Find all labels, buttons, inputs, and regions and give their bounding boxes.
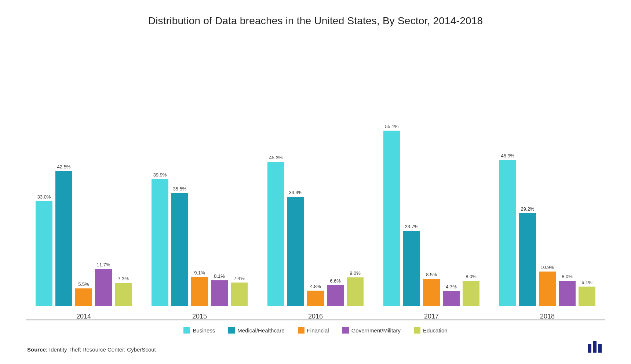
year-label-2014: 2014 xyxy=(26,310,142,320)
bar-rect-2016-medical xyxy=(287,197,304,306)
year-label-2017: 2017 xyxy=(373,310,489,320)
bar-label-2016-education: 9.0% xyxy=(350,270,361,276)
bar-2016-financial: 4.8% xyxy=(307,115,324,306)
source-row: Source: Identity Theft Resource Center; … xyxy=(26,341,605,353)
bar-rect-2014-medical xyxy=(55,171,72,306)
bar-label-2016-financial: 4.8% xyxy=(310,284,321,289)
bar-rect-2014-business xyxy=(36,201,52,306)
bar-2016-medical: 34.4% xyxy=(287,115,304,306)
bar-label-2017-business: 55.1% xyxy=(385,124,399,129)
year-label-2015: 2015 xyxy=(142,310,258,320)
bar-rect-2015-government xyxy=(211,280,228,306)
legend-box-medical xyxy=(228,327,235,334)
bar-rect-2018-financial xyxy=(539,272,556,306)
legend-label-business: Business xyxy=(193,327,215,334)
bar-rect-2016-education xyxy=(347,277,364,306)
bars-section: 33.0%42.5%5.5%11.7%7.3%39.9%35.5%9.1%8.1… xyxy=(26,41,605,307)
bar-label-2016-medical: 34.4% xyxy=(289,190,303,195)
year-label-2016: 2016 xyxy=(258,310,373,320)
bar-label-2014-education: 7.3% xyxy=(118,276,129,281)
bar-rect-2018-business xyxy=(499,160,516,306)
bar-2018-financial: 10.9% xyxy=(539,115,556,306)
legend-label-medical: Medical/Healthcare xyxy=(237,327,284,334)
year-group-2018: 45.9%29.2%10.9%8.0%6.1% xyxy=(489,41,605,306)
legend-label-government: Government/Military xyxy=(351,327,401,334)
bar-rect-2017-business xyxy=(383,131,400,306)
bar-rect-2017-education xyxy=(463,281,479,306)
legend-label-education: Education xyxy=(423,327,448,334)
bar-label-2017-medical: 23.7% xyxy=(405,224,419,229)
bar-label-2016-government: 6.6% xyxy=(330,278,341,284)
bar-label-2017-financial: 8.5% xyxy=(426,272,437,277)
bar-label-2014-government: 11.7% xyxy=(97,262,110,267)
bar-rect-2017-medical xyxy=(403,231,420,306)
bar-2017-government: 4.7% xyxy=(443,115,460,306)
bar-rect-2017-financial xyxy=(423,279,440,306)
legend-item-medical: Medical/Healthcare xyxy=(228,327,284,334)
bar-2018-education: 6.1% xyxy=(579,115,595,306)
bar-rect-2014-education xyxy=(115,283,132,306)
bar-2015-financial: 9.1% xyxy=(191,115,208,306)
bar-2014-education: 7.3% xyxy=(115,115,132,306)
bar-2017-business: 55.1% xyxy=(383,115,400,306)
bar-label-2015-business: 39.9% xyxy=(153,172,167,178)
bar-2015-medical: 35.5% xyxy=(171,115,188,306)
bar-2018-business: 45.9% xyxy=(499,115,516,306)
bar-rect-2014-government xyxy=(95,269,112,306)
legend-box-financial xyxy=(298,327,304,334)
bar-label-2018-government: 8.0% xyxy=(562,274,573,279)
bar-2015-government: 8.1% xyxy=(211,115,228,306)
legend-item-education: Education xyxy=(414,327,448,334)
year-group-2016: 45.3%34.4%4.8%6.6%9.0% xyxy=(258,41,373,306)
legend-item-financial: Financial xyxy=(298,327,329,334)
bar-rect-2015-business xyxy=(152,179,168,306)
bar-2014-medical: 42.5% xyxy=(55,115,72,306)
bar-2018-medical: 29.2% xyxy=(519,115,536,306)
legend-box-government xyxy=(342,327,349,334)
bar-label-2018-medical: 29.2% xyxy=(521,206,535,212)
bar-label-2018-business: 45.9% xyxy=(501,153,515,159)
bar-rect-2015-medical xyxy=(171,193,188,306)
bar-2014-financial: 5.5% xyxy=(75,115,92,306)
legend-box-business xyxy=(183,327,190,334)
bar-rect-2014-financial xyxy=(75,288,92,306)
bar-rect-2016-government xyxy=(327,285,344,306)
bar-label-2014-business: 33.0% xyxy=(37,194,51,200)
bar-2017-medical: 23.7% xyxy=(403,115,420,306)
bar-2016-business: 45.3% xyxy=(267,115,284,306)
year-group-2014: 33.0%42.5%5.5%11.7%7.3% xyxy=(26,41,142,306)
year-group-2017: 55.1%23.7%8.5%4.7%8.0% xyxy=(373,41,489,306)
bar-2015-business: 39.9% xyxy=(152,115,168,306)
bar-label-2015-medical: 35.5% xyxy=(173,186,187,192)
bar-label-2014-medical: 42.5% xyxy=(57,164,71,170)
bar-label-2014-financial: 5.5% xyxy=(78,281,89,287)
bar-2017-education: 8.0% xyxy=(463,115,479,306)
chart-title: Distribution of Data breaches in the Uni… xyxy=(26,15,605,27)
bar-rect-2016-business xyxy=(267,162,284,306)
legend-box-education xyxy=(414,327,420,334)
bar-2014-business: 33.0% xyxy=(36,115,52,306)
legend-label-financial: Financial xyxy=(307,327,329,334)
svg-rect-1 xyxy=(593,341,597,353)
bar-rect-2015-financial xyxy=(191,277,208,306)
year-label-2018: 2018 xyxy=(489,310,605,320)
bar-rect-2018-education xyxy=(579,287,595,306)
bar-2016-education: 9.0% xyxy=(347,115,364,306)
bar-label-2015-financial: 9.1% xyxy=(194,270,205,276)
bar-rect-2016-financial xyxy=(307,291,324,306)
legend-item-government: Government/Military xyxy=(342,327,401,334)
legend: BusinessMedical/HealthcareFinancialGover… xyxy=(26,327,605,334)
bar-label-2017-government: 4.7% xyxy=(446,284,457,290)
bar-label-2017-education: 8.0% xyxy=(466,274,477,279)
chart-area: 33.0%42.5%5.5%11.7%7.3%39.9%35.5%9.1%8.1… xyxy=(26,41,605,320)
bar-label-2015-government: 8.1% xyxy=(214,273,225,279)
year-group-2015: 39.9%35.5%9.1%8.1%7.4% xyxy=(142,41,258,306)
bar-2014-government: 11.7% xyxy=(95,115,112,306)
source-text: Source: Identity Theft Resource Center; … xyxy=(27,346,156,353)
bar-rect-2015-education xyxy=(231,283,248,306)
legend-item-business: Business xyxy=(183,327,215,334)
svg-rect-0 xyxy=(588,344,591,353)
bar-2015-education: 7.4% xyxy=(231,115,248,306)
bar-label-2016-business: 45.3% xyxy=(269,155,283,160)
bar-rect-2018-government xyxy=(559,281,576,306)
